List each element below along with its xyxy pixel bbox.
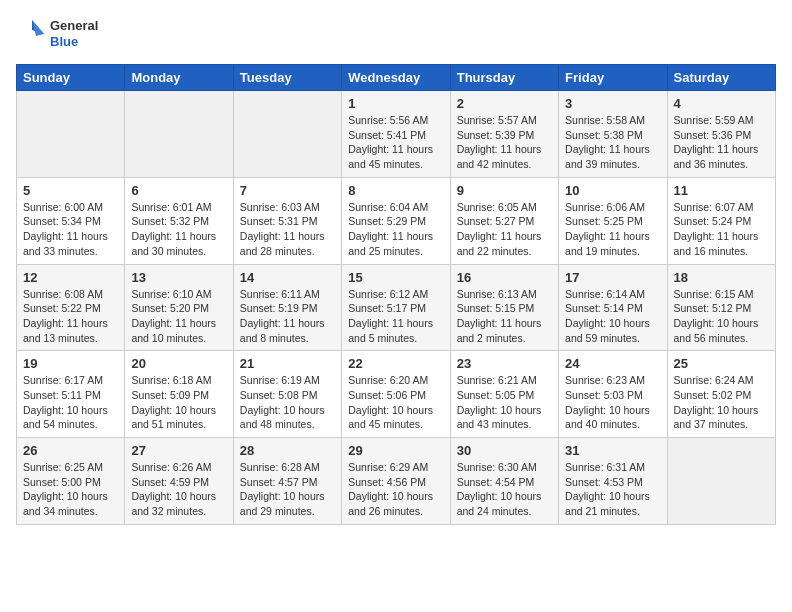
- day-number: 21: [240, 356, 335, 371]
- calendar-week-row: 26Sunrise: 6:25 AM Sunset: 5:00 PM Dayli…: [17, 438, 776, 525]
- weekday-header: Monday: [125, 65, 233, 91]
- calendar-cell: 26Sunrise: 6:25 AM Sunset: 5:00 PM Dayli…: [17, 438, 125, 525]
- calendar-cell: 5Sunrise: 6:00 AM Sunset: 5:34 PM Daylig…: [17, 177, 125, 264]
- day-info: Sunrise: 6:18 AM Sunset: 5:09 PM Dayligh…: [131, 373, 226, 432]
- day-number: 31: [565, 443, 660, 458]
- calendar-cell: 1Sunrise: 5:56 AM Sunset: 5:41 PM Daylig…: [342, 91, 450, 178]
- calendar-cell: 30Sunrise: 6:30 AM Sunset: 4:54 PM Dayli…: [450, 438, 558, 525]
- calendar-cell: 14Sunrise: 6:11 AM Sunset: 5:19 PM Dayli…: [233, 264, 341, 351]
- day-info: Sunrise: 6:20 AM Sunset: 5:06 PM Dayligh…: [348, 373, 443, 432]
- day-info: Sunrise: 6:19 AM Sunset: 5:08 PM Dayligh…: [240, 373, 335, 432]
- calendar-cell: 31Sunrise: 6:31 AM Sunset: 4:53 PM Dayli…: [559, 438, 667, 525]
- weekday-header: Sunday: [17, 65, 125, 91]
- calendar-cell: [233, 91, 341, 178]
- day-info: Sunrise: 6:11 AM Sunset: 5:19 PM Dayligh…: [240, 287, 335, 346]
- day-info: Sunrise: 6:12 AM Sunset: 5:17 PM Dayligh…: [348, 287, 443, 346]
- weekday-header: Saturday: [667, 65, 775, 91]
- calendar-cell: 16Sunrise: 6:13 AM Sunset: 5:15 PM Dayli…: [450, 264, 558, 351]
- calendar-cell: 22Sunrise: 6:20 AM Sunset: 5:06 PM Dayli…: [342, 351, 450, 438]
- day-info: Sunrise: 6:24 AM Sunset: 5:02 PM Dayligh…: [674, 373, 769, 432]
- day-number: 9: [457, 183, 552, 198]
- calendar-cell: 13Sunrise: 6:10 AM Sunset: 5:20 PM Dayli…: [125, 264, 233, 351]
- day-info: Sunrise: 6:04 AM Sunset: 5:29 PM Dayligh…: [348, 200, 443, 259]
- day-info: Sunrise: 6:07 AM Sunset: 5:24 PM Dayligh…: [674, 200, 769, 259]
- day-number: 20: [131, 356, 226, 371]
- calendar-cell: 18Sunrise: 6:15 AM Sunset: 5:12 PM Dayli…: [667, 264, 775, 351]
- day-info: Sunrise: 6:26 AM Sunset: 4:59 PM Dayligh…: [131, 460, 226, 519]
- calendar-cell: [667, 438, 775, 525]
- calendar-cell: 17Sunrise: 6:14 AM Sunset: 5:14 PM Dayli…: [559, 264, 667, 351]
- calendar-cell: 6Sunrise: 6:01 AM Sunset: 5:32 PM Daylig…: [125, 177, 233, 264]
- day-info: Sunrise: 6:17 AM Sunset: 5:11 PM Dayligh…: [23, 373, 118, 432]
- calendar-cell: 2Sunrise: 5:57 AM Sunset: 5:39 PM Daylig…: [450, 91, 558, 178]
- day-number: 1: [348, 96, 443, 111]
- day-number: 5: [23, 183, 118, 198]
- day-number: 23: [457, 356, 552, 371]
- day-info: Sunrise: 6:05 AM Sunset: 5:27 PM Dayligh…: [457, 200, 552, 259]
- calendar-cell: 19Sunrise: 6:17 AM Sunset: 5:11 PM Dayli…: [17, 351, 125, 438]
- day-info: Sunrise: 6:28 AM Sunset: 4:57 PM Dayligh…: [240, 460, 335, 519]
- day-info: Sunrise: 5:56 AM Sunset: 5:41 PM Dayligh…: [348, 113, 443, 172]
- calendar-week-row: 1Sunrise: 5:56 AM Sunset: 5:41 PM Daylig…: [17, 91, 776, 178]
- day-number: 3: [565, 96, 660, 111]
- day-info: Sunrise: 6:10 AM Sunset: 5:20 PM Dayligh…: [131, 287, 226, 346]
- calendar-table: SundayMondayTuesdayWednesdayThursdayFrid…: [16, 64, 776, 525]
- day-number: 16: [457, 270, 552, 285]
- page-header: General Blue: [16, 16, 776, 52]
- calendar-week-row: 5Sunrise: 6:00 AM Sunset: 5:34 PM Daylig…: [17, 177, 776, 264]
- day-number: 19: [23, 356, 118, 371]
- day-info: Sunrise: 6:21 AM Sunset: 5:05 PM Dayligh…: [457, 373, 552, 432]
- day-number: 10: [565, 183, 660, 198]
- day-info: Sunrise: 6:00 AM Sunset: 5:34 PM Dayligh…: [23, 200, 118, 259]
- calendar-cell: 3Sunrise: 5:58 AM Sunset: 5:38 PM Daylig…: [559, 91, 667, 178]
- day-info: Sunrise: 6:14 AM Sunset: 5:14 PM Dayligh…: [565, 287, 660, 346]
- day-info: Sunrise: 6:01 AM Sunset: 5:32 PM Dayligh…: [131, 200, 226, 259]
- calendar-cell: [17, 91, 125, 178]
- calendar-cell: 24Sunrise: 6:23 AM Sunset: 5:03 PM Dayli…: [559, 351, 667, 438]
- calendar-cell: 15Sunrise: 6:12 AM Sunset: 5:17 PM Dayli…: [342, 264, 450, 351]
- logo-blue: Blue: [50, 34, 98, 50]
- weekday-header: Wednesday: [342, 65, 450, 91]
- day-info: Sunrise: 6:25 AM Sunset: 5:00 PM Dayligh…: [23, 460, 118, 519]
- day-number: 2: [457, 96, 552, 111]
- weekday-header: Thursday: [450, 65, 558, 91]
- day-number: 13: [131, 270, 226, 285]
- calendar-cell: 8Sunrise: 6:04 AM Sunset: 5:29 PM Daylig…: [342, 177, 450, 264]
- calendar-cell: [125, 91, 233, 178]
- day-number: 11: [674, 183, 769, 198]
- day-info: Sunrise: 6:31 AM Sunset: 4:53 PM Dayligh…: [565, 460, 660, 519]
- calendar-cell: 23Sunrise: 6:21 AM Sunset: 5:05 PM Dayli…: [450, 351, 558, 438]
- calendar-cell: 20Sunrise: 6:18 AM Sunset: 5:09 PM Dayli…: [125, 351, 233, 438]
- day-number: 27: [131, 443, 226, 458]
- calendar-cell: 7Sunrise: 6:03 AM Sunset: 5:31 PM Daylig…: [233, 177, 341, 264]
- day-info: Sunrise: 6:30 AM Sunset: 4:54 PM Dayligh…: [457, 460, 552, 519]
- day-info: Sunrise: 6:15 AM Sunset: 5:12 PM Dayligh…: [674, 287, 769, 346]
- day-info: Sunrise: 6:29 AM Sunset: 4:56 PM Dayligh…: [348, 460, 443, 519]
- calendar-cell: 25Sunrise: 6:24 AM Sunset: 5:02 PM Dayli…: [667, 351, 775, 438]
- day-info: Sunrise: 6:23 AM Sunset: 5:03 PM Dayligh…: [565, 373, 660, 432]
- day-number: 24: [565, 356, 660, 371]
- day-info: Sunrise: 6:06 AM Sunset: 5:25 PM Dayligh…: [565, 200, 660, 259]
- calendar-cell: 4Sunrise: 5:59 AM Sunset: 5:36 PM Daylig…: [667, 91, 775, 178]
- day-number: 18: [674, 270, 769, 285]
- weekday-header: Friday: [559, 65, 667, 91]
- day-info: Sunrise: 5:58 AM Sunset: 5:38 PM Dayligh…: [565, 113, 660, 172]
- calendar-week-row: 12Sunrise: 6:08 AM Sunset: 5:22 PM Dayli…: [17, 264, 776, 351]
- logo-container: General Blue: [16, 16, 98, 52]
- calendar-cell: 11Sunrise: 6:07 AM Sunset: 5:24 PM Dayli…: [667, 177, 775, 264]
- day-number: 8: [348, 183, 443, 198]
- day-number: 30: [457, 443, 552, 458]
- day-number: 15: [348, 270, 443, 285]
- logo: General Blue: [16, 16, 98, 52]
- day-info: Sunrise: 5:57 AM Sunset: 5:39 PM Dayligh…: [457, 113, 552, 172]
- day-number: 7: [240, 183, 335, 198]
- calendar-cell: 12Sunrise: 6:08 AM Sunset: 5:22 PM Dayli…: [17, 264, 125, 351]
- day-number: 22: [348, 356, 443, 371]
- day-number: 25: [674, 356, 769, 371]
- calendar-cell: 27Sunrise: 6:26 AM Sunset: 4:59 PM Dayli…: [125, 438, 233, 525]
- calendar-cell: 28Sunrise: 6:28 AM Sunset: 4:57 PM Dayli…: [233, 438, 341, 525]
- day-number: 6: [131, 183, 226, 198]
- calendar-cell: 29Sunrise: 6:29 AM Sunset: 4:56 PM Dayli…: [342, 438, 450, 525]
- logo-bird-icon: [16, 16, 48, 52]
- day-number: 29: [348, 443, 443, 458]
